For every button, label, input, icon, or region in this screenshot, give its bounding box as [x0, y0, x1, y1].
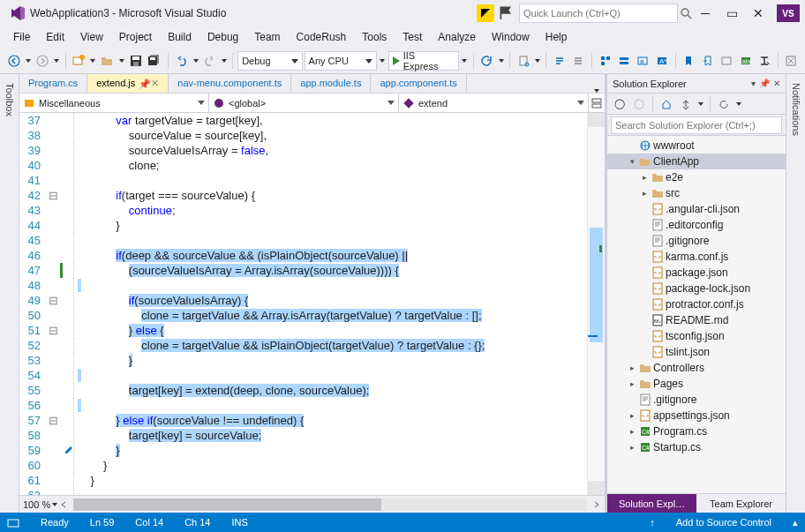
- horizontal-scrollbar[interactable]: [73, 498, 587, 511]
- tree-node-pages[interactable]: Pages: [607, 376, 786, 392]
- menu-analyze[interactable]: Analyze: [430, 28, 484, 46]
- quick-actions-icon[interactable]: [64, 443, 74, 453]
- menu-build[interactable]: Build: [160, 28, 199, 46]
- nav-member-combo[interactable]: extend: [399, 94, 589, 112]
- bookmark-button[interactable]: [680, 51, 696, 71]
- menu-file[interactable]: File: [5, 28, 38, 46]
- maximize-button[interactable]: ▭: [718, 3, 745, 24]
- param-info-button[interactable]: [615, 51, 632, 71]
- quick-info-button[interactable]: a: [635, 51, 651, 71]
- tab-app-module-ts[interactable]: app.module.ts: [291, 74, 371, 93]
- panel-title-bar[interactable]: Solution Explorer ▾ 📌 ✕: [607, 74, 786, 94]
- start-dropdown[interactable]: [461, 59, 469, 63]
- code-editor[interactable]: 37 var targetValue = target[key],38 sour…: [19, 113, 605, 495]
- split-editor-button[interactable]: [589, 94, 605, 112]
- tree-node-package-json[interactable]: package.json: [607, 265, 786, 281]
- zoom-level[interactable]: 100 %: [23, 499, 50, 510]
- uncomment-button[interactable]: [570, 51, 587, 71]
- status-scc[interactable]: Add to Source Control: [676, 517, 771, 528]
- fwd-icon[interactable]: ◯: [630, 95, 648, 113]
- next-bookmark-button[interactable]: [699, 51, 716, 71]
- open-file-button[interactable]: [99, 51, 116, 71]
- menu-tools[interactable]: Tools: [354, 28, 395, 46]
- close-button[interactable]: ✕: [745, 3, 771, 24]
- menu-edit[interactable]: Edit: [38, 28, 72, 46]
- tree-node-program-cs[interactable]: C#Program.cs: [607, 423, 786, 439]
- refresh-icon[interactable]: [715, 95, 733, 113]
- tree-node--gitignore[interactable]: .gitignore: [607, 392, 786, 408]
- warning-icon[interactable]: [477, 4, 494, 22]
- menu-coderush[interactable]: CodeRush: [289, 28, 355, 46]
- tree-node-clientapp[interactable]: ClientApp: [607, 154, 786, 169]
- tree-node-startup-cs[interactable]: C#Startup.cs: [607, 439, 786, 455]
- solution-search-input[interactable]: [611, 116, 782, 134]
- new-project-button[interactable]: [70, 51, 87, 71]
- forward-dropdown[interactable]: [53, 59, 61, 63]
- tree-node-readme-md[interactable]: M↓README.md: [607, 312, 786, 328]
- toggle-outlining-button[interactable]: [756, 51, 772, 71]
- scc-dropdown[interactable]: ▴: [793, 517, 798, 528]
- home-icon[interactable]: [658, 95, 675, 113]
- minimize-button[interactable]: ─: [692, 3, 718, 24]
- tab-nav-menu-component-ts[interactable]: nav-menu.component.ts: [169, 74, 291, 93]
- tab-team-explorer[interactable]: Team Explorer: [696, 494, 786, 513]
- prev-bookmark-button[interactable]: [718, 51, 734, 71]
- scroll-right-icon[interactable]: [592, 500, 601, 509]
- back-button[interactable]: [5, 51, 22, 71]
- zoom-dropdown[interactable]: [50, 503, 59, 506]
- nav-type-combo[interactable]: <global>: [209, 94, 399, 112]
- sync-dropdown[interactable]: [696, 102, 705, 106]
- pin-icon[interactable]: 📌: [759, 79, 770, 88]
- open-file-dropdown[interactable]: [117, 59, 125, 63]
- find-button[interactable]: [515, 51, 531, 71]
- back-dropdown[interactable]: [24, 59, 32, 63]
- extension-manager-button[interactable]: [783, 51, 800, 71]
- search-icon[interactable]: [680, 7, 692, 19]
- tree-node-e2e[interactable]: e2e: [607, 169, 786, 185]
- back-icon[interactable]: ◯: [611, 95, 628, 113]
- close-icon[interactable]: ✕: [151, 78, 159, 89]
- view-dropdown[interactable]: [734, 102, 743, 106]
- quick-launch-input[interactable]: [519, 4, 678, 23]
- solution-tree[interactable]: wwwrootClientAppe2esrc.angular-cli.json.…: [607, 136, 786, 493]
- notifications-flag-icon[interactable]: [498, 5, 514, 21]
- solution-config-combo[interactable]: Debug: [237, 51, 302, 71]
- tree-node-appsettings-json[interactable]: appsettings.json: [607, 408, 786, 423]
- menu-project[interactable]: Project: [111, 28, 160, 46]
- tree-node--gitignore[interactable]: .gitignore: [607, 233, 786, 249]
- tree-node-src[interactable]: src: [607, 185, 786, 201]
- tree-node-wwwroot[interactable]: wwwroot: [607, 138, 786, 154]
- tree-node-controllers[interactable]: Controllers: [607, 360, 786, 376]
- scroll-left-icon[interactable]: [59, 500, 68, 509]
- undo-dropdown[interactable]: [192, 59, 199, 63]
- solution-platform-combo[interactable]: Any CPU: [305, 51, 377, 71]
- nav-scope-combo[interactable]: Miscellaneous: [19, 94, 209, 112]
- clear-bookmarks-button[interactable]: abc: [737, 51, 754, 71]
- menu-view[interactable]: View: [72, 28, 111, 46]
- platform-dropdown[interactable]: [379, 59, 387, 63]
- tree-node--angular-cli-json[interactable]: .angular-cli.json: [607, 201, 786, 217]
- find-dropdown[interactable]: [533, 59, 541, 63]
- tab-overflow-dropdown[interactable]: [592, 89, 601, 93]
- redo-dropdown[interactable]: [220, 59, 228, 63]
- tree-node--editorconfig[interactable]: .editorconfig: [607, 217, 786, 233]
- tab-Program-cs[interactable]: Program.cs: [19, 74, 87, 93]
- new-project-dropdown[interactable]: [89, 59, 97, 63]
- tree-node-karma-conf-js[interactable]: karma.conf.js: [607, 249, 786, 265]
- notifications-tab[interactable]: Notifications: [789, 79, 803, 513]
- save-button[interactable]: [127, 51, 144, 71]
- menu-team[interactable]: Team: [246, 28, 288, 46]
- forward-button[interactable]: [34, 51, 50, 71]
- toolbox-tab[interactable]: Toolbox: [3, 79, 17, 120]
- tab-app-component-ts[interactable]: app.component.ts: [371, 74, 466, 93]
- sync-icon[interactable]: [677, 95, 695, 113]
- panel-close-icon[interactable]: ✕: [773, 79, 780, 88]
- publish-icon[interactable]: ↑: [650, 517, 655, 528]
- menu-debug[interactable]: Debug: [199, 28, 246, 46]
- tree-node-tsconfig-json[interactable]: tsconfig.json: [607, 328, 786, 344]
- menu-help[interactable]: Help: [538, 28, 576, 46]
- save-all-button[interactable]: [146, 51, 162, 71]
- panel-menu-icon[interactable]: ▾: [751, 79, 756, 88]
- undo-button[interactable]: [173, 51, 190, 71]
- tab-solution-explorer[interactable]: Solution Expl…: [607, 494, 696, 513]
